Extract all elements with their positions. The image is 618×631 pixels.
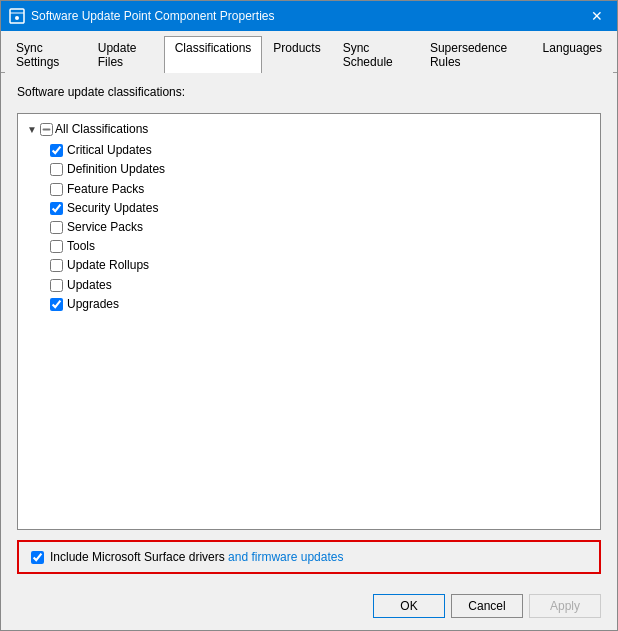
label-critical-updates: Critical Updates bbox=[67, 141, 152, 160]
label-tools: Tools bbox=[67, 237, 95, 256]
list-item: Service Packs bbox=[50, 218, 592, 237]
close-button[interactable]: ✕ bbox=[585, 5, 609, 27]
all-classifications-label: All Classifications bbox=[55, 120, 148, 139]
label-security-updates: Security Updates bbox=[67, 199, 158, 218]
label-upgrades: Upgrades bbox=[67, 295, 119, 314]
dialog-window: Software Update Point Component Properti… bbox=[0, 0, 618, 631]
tab-products[interactable]: Products bbox=[262, 36, 331, 73]
checkbox-include-surface[interactable] bbox=[31, 551, 44, 564]
include-surface-section: Include Microsoft Surface drivers and fi… bbox=[17, 540, 601, 574]
label-updates: Updates bbox=[67, 276, 112, 295]
tree-children: Critical Updates Definition Updates Feat… bbox=[50, 141, 592, 314]
tab-update-files[interactable]: Update Files bbox=[87, 36, 164, 73]
checkbox-definition-updates[interactable] bbox=[50, 163, 63, 176]
title-bar: Software Update Point Component Properti… bbox=[1, 1, 617, 31]
label-definition-updates: Definition Updates bbox=[67, 160, 165, 179]
checkbox-update-rollups[interactable] bbox=[50, 259, 63, 272]
list-item: Definition Updates bbox=[50, 160, 592, 179]
tree-root: ▼ All Classifications bbox=[26, 120, 592, 139]
tree-expander[interactable]: ▼ bbox=[26, 122, 38, 138]
checkbox-critical-updates[interactable] bbox=[50, 144, 63, 157]
checkbox-service-packs[interactable] bbox=[50, 221, 63, 234]
list-item: Updates bbox=[50, 276, 592, 295]
label-feature-packs: Feature Packs bbox=[67, 180, 144, 199]
title-bar-text: Software Update Point Component Properti… bbox=[31, 9, 585, 23]
svg-point-2 bbox=[15, 16, 19, 20]
content-area: Software update classifications: ▼ All C… bbox=[1, 73, 617, 586]
checkbox-feature-packs[interactable] bbox=[50, 183, 63, 196]
list-item: Update Rollups bbox=[50, 256, 592, 275]
classifications-tree: ▼ All Classifications Critical Updates D… bbox=[17, 113, 601, 530]
checkbox-all-classifications[interactable] bbox=[40, 123, 53, 136]
list-item: Tools bbox=[50, 237, 592, 256]
list-item: Feature Packs bbox=[50, 180, 592, 199]
tab-sync-settings[interactable]: Sync Settings bbox=[5, 36, 87, 73]
tab-supersedence-rules[interactable]: Supersedence Rules bbox=[419, 36, 532, 73]
checkbox-upgrades[interactable] bbox=[50, 298, 63, 311]
tab-bar: Sync Settings Update Files Classificatio… bbox=[1, 31, 617, 73]
label-service-packs: Service Packs bbox=[67, 218, 143, 237]
checkbox-updates[interactable] bbox=[50, 279, 63, 292]
include-surface-label: Include Microsoft Surface drivers and fi… bbox=[50, 550, 343, 564]
list-item: Critical Updates bbox=[50, 141, 592, 160]
window-icon bbox=[9, 8, 25, 24]
tab-classifications[interactable]: Classifications bbox=[164, 36, 263, 73]
include-label-blue: and firmware updates bbox=[228, 550, 343, 564]
list-item: Security Updates bbox=[50, 199, 592, 218]
section-label: Software update classifications: bbox=[17, 85, 601, 99]
tab-languages[interactable]: Languages bbox=[532, 36, 613, 73]
button-bar: OK Cancel Apply bbox=[1, 586, 617, 630]
checkbox-tools[interactable] bbox=[50, 240, 63, 253]
ok-button[interactable]: OK bbox=[373, 594, 445, 618]
cancel-button[interactable]: Cancel bbox=[451, 594, 523, 618]
tab-sync-schedule[interactable]: Sync Schedule bbox=[332, 36, 419, 73]
apply-button[interactable]: Apply bbox=[529, 594, 601, 618]
label-update-rollups: Update Rollups bbox=[67, 256, 149, 275]
checkbox-security-updates[interactable] bbox=[50, 202, 63, 215]
include-label-plain: Include Microsoft Surface drivers bbox=[50, 550, 228, 564]
list-item: Upgrades bbox=[50, 295, 592, 314]
